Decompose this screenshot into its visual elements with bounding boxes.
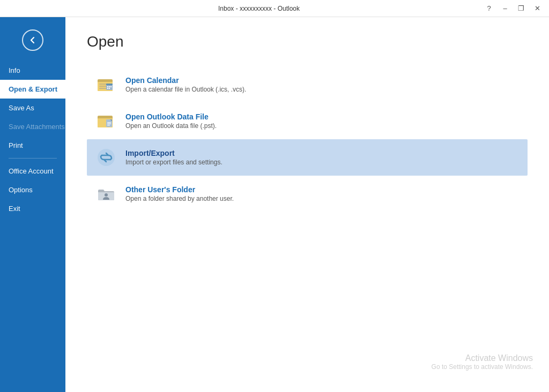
main-content: Open: [65, 17, 549, 392]
option-list: Open Calendar Open a calendar file in Ou…: [87, 66, 528, 212]
svg-rect-18: [107, 125, 110, 126]
sidebar-item-print[interactable]: Print: [0, 136, 65, 155]
back-button[interactable]: [18, 26, 47, 55]
svg-rect-11: [109, 88, 110, 89]
titlebar-title: Inbox - xxxxxxxxxx - Outlook: [36, 5, 481, 12]
titlebar-controls: ? – ❐ ✕: [481, 3, 545, 14]
svg-point-19: [98, 149, 115, 166]
sidebar-item-options[interactable]: Options: [0, 180, 65, 199]
option-item-open-data-file[interactable]: Open Outlook Data File Open an Outlook d…: [87, 103, 528, 139]
option-item-open-calendar[interactable]: Open Calendar Open a calendar file in Ou…: [87, 66, 528, 103]
help-button[interactable]: ?: [481, 3, 496, 14]
activate-windows-watermark: Activate Windows Go to Settings to activ…: [432, 353, 533, 371]
option-item-import-export[interactable]: Import/Export Import or export files and…: [87, 139, 528, 176]
sidebar: Info Open & Export Save As Save Attachme…: [0, 17, 65, 392]
app-container: Info Open & Export Save As Save Attachme…: [0, 17, 549, 392]
sidebar-nav: Info Open & Export Save As Save Attachme…: [0, 61, 65, 218]
svg-rect-7: [107, 86, 108, 87]
option-text-open-data-file: Open Outlook Data File Open an Outlook d…: [125, 112, 217, 130]
option-item-other-users-folder[interactable]: Other User's Folder Open a folder shared…: [87, 176, 528, 212]
back-arrow-icon: [22, 29, 43, 51]
otherfolder-icon: [95, 183, 117, 205]
svg-rect-17: [107, 124, 111, 125]
svg-point-20: [105, 193, 108, 197]
svg-rect-9: [110, 86, 112, 87]
option-text-open-calendar: Open Calendar Open a calendar file in Ou…: [125, 76, 246, 93]
calendar-icon: [95, 74, 117, 95]
sidebar-item-office-account[interactable]: Office Account: [0, 162, 65, 180]
sidebar-item-open-export[interactable]: Open & Export: [0, 80, 65, 99]
option-text-import-export: Import/Export Import or export files and…: [125, 149, 222, 166]
option-text-other-users-folder: Other User's Folder Open a folder shared…: [125, 185, 234, 202]
sidebar-divider: [9, 158, 57, 159]
svg-rect-6: [106, 84, 113, 85]
sidebar-item-save-attachments: Save Attachments: [0, 117, 65, 136]
svg-rect-16: [107, 122, 111, 123]
sidebar-item-info[interactable]: Info: [0, 61, 65, 80]
datafile-icon: [95, 110, 117, 132]
svg-rect-4: [99, 88, 107, 89]
page-title: Open: [87, 33, 528, 50]
maximize-button[interactable]: ❐: [514, 3, 529, 14]
svg-rect-8: [109, 86, 110, 87]
titlebar: Inbox - xxxxxxxxxx - Outlook ? – ❐ ✕: [0, 0, 549, 17]
sidebar-item-save-as[interactable]: Save As: [0, 99, 65, 117]
minimize-button[interactable]: –: [498, 3, 513, 14]
importexport-icon: [95, 147, 117, 168]
sidebar-item-exit[interactable]: Exit: [0, 199, 65, 218]
close-button[interactable]: ✕: [530, 3, 545, 14]
svg-rect-10: [107, 88, 108, 89]
